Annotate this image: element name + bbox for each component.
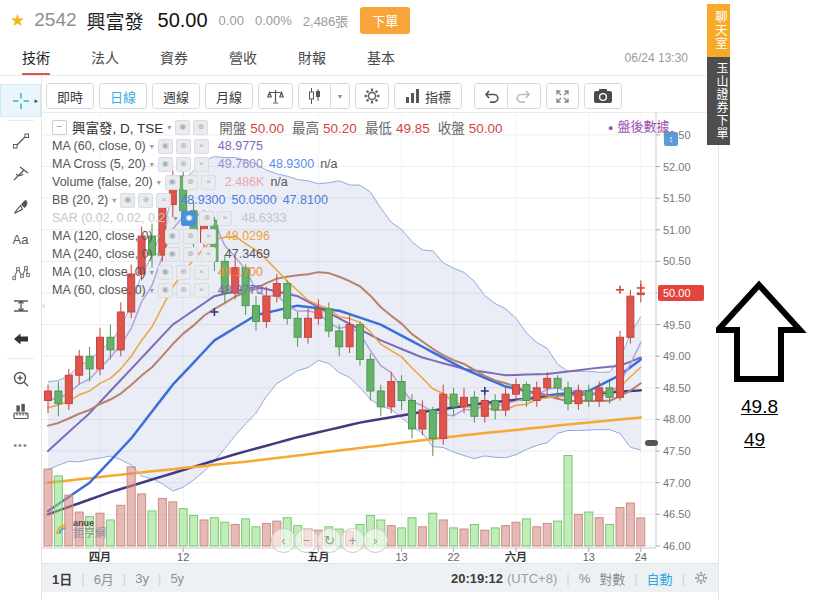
indicator-value: 48.9775 <box>218 283 263 297</box>
chart-style-dropdown[interactable]: ▾ <box>330 83 350 109</box>
indicator-name[interactable]: Volume (false, 20) <box>52 175 153 189</box>
stock-code: 2542 <box>34 9 76 31</box>
eye-icon[interactable]: ◉ <box>120 193 135 208</box>
eye-icon[interactable]: ◉ <box>175 120 190 135</box>
close-icon[interactable]: × <box>156 193 171 208</box>
pan-right-button[interactable]: › <box>363 528 388 553</box>
chat-room-tab[interactable]: 聊天室 <box>707 4 730 57</box>
auto-scale-button[interactable]: 自動 <box>647 569 673 588</box>
indicator-name[interactable]: MA (60, close, 0) <box>52 139 146 153</box>
indicator-name[interactable]: MA Cross (5, 20) <box>52 157 146 171</box>
after-hours-label[interactable]: ●盤後數據 <box>608 116 669 135</box>
log-scale-button[interactable]: 對數 <box>599 569 625 588</box>
crosshair-tool[interactable]: ▸ <box>0 84 41 117</box>
indicator-name[interactable]: MA (60, close, 0) <box>52 283 146 297</box>
eye-icon[interactable]: ◉ <box>165 175 180 190</box>
undo-redo-group <box>474 83 541 109</box>
trendline-tool[interactable] <box>0 124 41 157</box>
place-order-button[interactable]: 下單 <box>360 7 410 34</box>
percent-scale-button[interactable]: % <box>579 571 591 586</box>
zoom-out-button[interactable]: − <box>294 528 319 553</box>
annotation-price-2: 49 <box>744 429 765 451</box>
gear-icon[interactable]: ⊕ <box>176 139 191 154</box>
eye-icon[interactable]: ◉ <box>165 247 180 262</box>
pan-left-button[interactable]: ‹ <box>271 528 296 553</box>
tab-基本[interactable]: 基本 <box>367 40 395 75</box>
close-icon[interactable]: × <box>194 157 209 172</box>
interval-weekly-button[interactable]: 週線 <box>152 83 200 109</box>
indicator-name[interactable]: BB (20, 2) <box>52 193 108 207</box>
zoom-in-button[interactable]: + <box>340 528 365 553</box>
gear-icon[interactable]: ⊕ <box>138 193 153 208</box>
undo-button[interactable] <box>474 83 508 109</box>
gear-icon[interactable]: ⊕ <box>199 211 214 226</box>
favorite-star-icon[interactable]: ★ <box>10 10 25 31</box>
indicator-name[interactable]: MA (10, close, 0) <box>52 265 146 279</box>
chart-style-button[interactable] <box>298 83 331 109</box>
measure-tool[interactable] <box>0 395 41 428</box>
pitchfork-tool[interactable] <box>0 157 41 190</box>
symbol-legend-name[interactable]: 興富發, D, TSE <box>72 117 163 137</box>
eye-icon[interactable]: ◉ <box>158 265 173 280</box>
text-tool[interactable]: Aa <box>0 223 41 256</box>
gear-icon[interactable]: ⊕ <box>183 175 198 190</box>
gear-icon[interactable]: ⊕ <box>176 283 191 298</box>
brush-tool[interactable] <box>0 190 41 223</box>
eye-icon[interactable]: ◉ <box>158 139 173 154</box>
arrow-tool[interactable] <box>0 322 41 355</box>
price-scale-drag-icon[interactable]: ↕ <box>664 132 678 146</box>
close-icon[interactable]: × <box>217 211 232 226</box>
svg-text:47.50: 47.50 <box>663 445 691 457</box>
indicator-name[interactable]: MA (120, close, 0) <box>52 229 153 243</box>
bottom-settings-button[interactable] <box>694 571 708 586</box>
tab-財報[interactable]: 財報 <box>298 40 326 75</box>
projection-tool[interactable] <box>0 289 41 322</box>
arrow-left-icon <box>11 329 31 349</box>
xabcd-pattern-tool[interactable] <box>0 256 41 289</box>
svg-text:22: 22 <box>447 551 459 563</box>
gear-icon[interactable]: ⊕ <box>193 120 208 135</box>
eye-icon[interactable]: ◉ <box>158 283 173 298</box>
range-1d-button[interactable]: 1日 <box>52 569 72 588</box>
close-icon[interactable]: × <box>201 229 216 244</box>
eye-icon[interactable]: ◉ <box>181 211 196 226</box>
indicator-name[interactable]: SAR (0.02, 0.02, 0.2) <box>52 211 169 225</box>
range-6m-button[interactable]: 6月 <box>94 569 114 588</box>
tab-法人[interactable]: 法人 <box>91 40 119 75</box>
close-icon[interactable]: × <box>201 175 216 190</box>
gear-icon[interactable]: ⊕ <box>183 229 198 244</box>
gear-icon[interactable]: ⊕ <box>183 247 198 262</box>
range-5y-button[interactable]: 5y <box>170 571 184 586</box>
tab-技術[interactable]: 技術 <box>22 40 50 75</box>
legend-row: MA Cross (5, 20)▾◉⊕×49.760048.9300n/a <box>52 155 502 173</box>
gear-icon[interactable]: ⊕ <box>176 157 191 172</box>
tab-資券[interactable]: 資券 <box>160 40 188 75</box>
range-3y-button[interactable]: 3y <box>135 571 149 586</box>
reset-view-button[interactable]: ↻ <box>317 528 342 553</box>
fullscreen-button[interactable] <box>546 83 579 109</box>
redo-button[interactable] <box>507 83 541 109</box>
compare-button[interactable] <box>258 83 293 109</box>
ohlc-field: 收盤50.00 <box>438 117 503 137</box>
close-icon[interactable]: × <box>194 283 209 298</box>
broker-order-tab[interactable]: 玉山證券下單 <box>707 57 730 145</box>
tab-營收[interactable]: 營收 <box>229 40 257 75</box>
close-icon[interactable]: × <box>201 247 216 262</box>
eye-icon[interactable]: ◉ <box>158 157 173 172</box>
close-icon[interactable]: × <box>194 139 209 154</box>
collapse-legend-icon[interactable]: − <box>52 120 67 135</box>
collapse-rail-chevron[interactable]: ‹ <box>42 301 45 311</box>
interval-realtime-button[interactable]: 即時 <box>46 83 94 109</box>
close-icon[interactable]: × <box>194 265 209 280</box>
eye-icon[interactable]: ◉ <box>165 229 180 244</box>
zoom-in-tool[interactable] <box>0 362 41 395</box>
more-tools-button[interactable]: ••• <box>0 428 41 461</box>
chart-settings-button[interactable] <box>355 83 389 109</box>
indicators-button[interactable]: 指標 <box>394 83 462 109</box>
gear-icon[interactable]: ⊕ <box>176 265 191 280</box>
svg-text:五月: 五月 <box>307 551 329 563</box>
snapshot-button[interactable] <box>584 83 622 109</box>
indicator-name[interactable]: MA (240, close, 0) <box>52 247 153 261</box>
interval-daily-button[interactable]: 日線 <box>99 83 147 109</box>
interval-monthly-button[interactable]: 月線 <box>205 83 253 109</box>
